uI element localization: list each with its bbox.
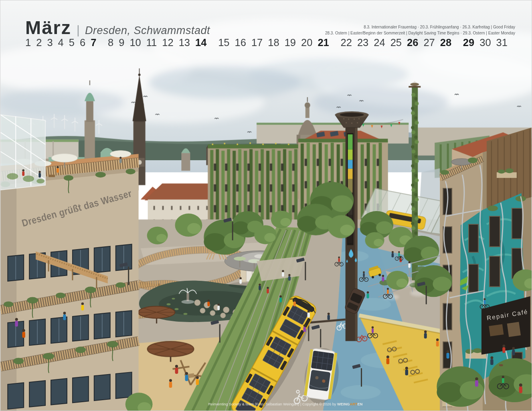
holiday-line-1: 8.3. Internationaler Frauentag · 20.3. F… [325,24,515,30]
day-1: 1 [25,36,31,49]
day-28: 28 [440,36,451,49]
day-27: 27 [423,36,435,49]
day-4: 4 [58,36,64,49]
day-25: 25 [390,36,402,49]
day-12: 12 [162,36,173,49]
rooftop-greenhouse [0,115,45,190]
day-24: 24 [374,36,385,49]
week-5: 293031 [463,36,508,49]
day-9: 9 [119,36,124,49]
page-header: März | Dresden, Schwammstadt [25,16,210,38]
calendar-photo: Dresden grüßt das Wasser [0,0,532,411]
day-19: 19 [285,36,296,49]
location-subtitle: Dresden, Schwammstadt [85,24,210,37]
day-11: 11 [146,36,157,49]
stork-nest [410,83,419,86]
day-23: 23 [357,36,368,49]
day-20: 20 [301,36,312,49]
left-building: Dresden grüßt das Wasser [0,115,138,411]
day-26: 26 [407,36,418,49]
day-5: 5 [69,36,75,49]
day-8: 8 [108,36,113,49]
day-15: 15 [218,36,229,49]
week-4: 22232425262728 [341,36,452,49]
day-10: 10 [129,36,141,49]
holiday-line-2: 28.3. Ostern | Easter/Beginn der Sommerz… [325,30,515,36]
day-18: 18 [268,36,279,49]
day-31: 31 [496,36,508,49]
day-21: 21 [318,36,329,49]
credit-line: Reinventing Society & team (Foto: Sebast… [208,402,362,406]
holiday-notes: 8.3. Internationaler Frauentag · 20.3. F… [325,24,515,36]
day-3: 3 [47,36,53,49]
dog [499,364,503,366]
calendar-page: Dresden grüßt das Wasser [0,0,532,411]
day-14: 14 [195,36,206,49]
day-16: 16 [235,36,246,49]
month-title: März [25,16,71,38]
day-17: 17 [251,36,263,49]
day-13: 13 [179,36,190,49]
day-29: 29 [463,36,474,49]
calendar-day-row: 1234567891011121314151617181920212223242… [25,36,508,49]
week-3: 15161718192021 [218,36,329,49]
week-1: 1234567 [25,36,96,49]
day-6: 6 [80,36,85,49]
day-30: 30 [479,36,491,49]
title-divider: | [77,23,80,37]
week-2: 891011121314 [108,36,206,49]
day-7: 7 [91,36,96,49]
day-2: 2 [36,36,42,49]
day-22: 22 [341,36,352,49]
